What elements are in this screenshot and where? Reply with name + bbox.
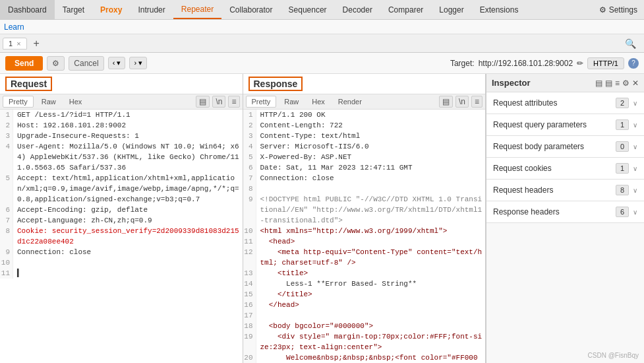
inspector-table2-icon[interactable]: ▤ <box>605 79 612 88</box>
nav-collaborator[interactable]: Collaborator <box>221 0 280 19</box>
forward-button[interactable]: › ▾ <box>129 57 147 69</box>
send-button[interactable]: Send <box>5 56 43 71</box>
line-content[interactable]: <html xmlns="http://www.w3.org/1999/xhtm… <box>256 226 486 236</box>
table-row: 1HTTP/1.1 200 OK <box>243 110 486 120</box>
request-newline-icon[interactable]: \n <box>212 96 225 108</box>
response-tab-raw[interactable]: Raw <box>279 96 304 107</box>
table-row: 5Accept: text/html,application/xhtml+xml… <box>0 173 243 205</box>
line-content[interactable]: Connection: close <box>256 173 486 183</box>
request-tab-pretty[interactable]: Pretty <box>3 96 34 108</box>
learn-bar[interactable]: Learn <box>0 20 644 34</box>
line-content[interactable]: ▍ <box>13 268 243 279</box>
nav-target[interactable]: Target <box>55 0 92 19</box>
tab-search-button[interactable]: 🔍 <box>620 38 641 49</box>
response-tab-hex[interactable]: Hex <box>307 96 330 107</box>
line-content[interactable] <box>13 257 243 268</box>
settings-button[interactable]: ⚙ <box>47 56 65 71</box>
repeater-tab-1[interactable]: 1 × <box>3 38 27 50</box>
line-content[interactable]: Accept-Encoding: gzip, deflate <box>13 205 243 215</box>
line-content[interactable]: </title> <box>256 289 486 300</box>
inspector-item[interactable]: Request attributes2∨ <box>486 92 644 114</box>
response-view-icon[interactable]: ▤ <box>439 96 453 108</box>
request-menu-icon[interactable]: ≡ <box>228 96 239 108</box>
line-content[interactable]: <div style=" margin-top:70px;color:#FFF;… <box>256 331 486 352</box>
line-content[interactable]: Content-Length: 722 <box>256 120 486 131</box>
line-number: 12 <box>243 247 256 268</box>
line-content[interactable]: Welcome&nbsp;&nbsp;&nbsp;<font color="#F… <box>256 352 486 363</box>
line-content[interactable]: Accept: text/html,application/xhtml+xml,… <box>13 173 243 205</box>
nav-intruder[interactable]: Intruder <box>130 0 173 19</box>
line-content[interactable]: <meta http-equiv="Content-Type" content=… <box>256 247 486 268</box>
line-content[interactable]: Accept-Language: zh-CN,zh;q=0.9 <box>13 215 243 226</box>
line-content[interactable]: Upgrade-Insecure-Requests: 1 <box>13 131 243 141</box>
inspector-item-count: 8 <box>616 185 629 195</box>
line-number: 3 <box>243 131 256 141</box>
inspector-item-count: 1 <box>616 119 629 130</box>
line-content[interactable] <box>256 310 486 321</box>
line-content[interactable]: User-Agent: Mozilla/5.0 (Windows NT 10.0… <box>13 141 243 173</box>
back-button[interactable]: ‹ ▾ <box>108 57 126 69</box>
nav-settings[interactable]: ⚙ Settings <box>593 5 644 15</box>
line-content[interactable]: Cookie: security_session_verify=2d200933… <box>13 226 243 247</box>
line-content[interactable]: <head> <box>256 236 486 247</box>
request-tab-hex[interactable]: Hex <box>64 96 88 107</box>
nav-comparer[interactable]: Comparer <box>380 0 431 19</box>
edit-target-icon[interactable]: ✏ <box>577 59 583 68</box>
nav-repeater[interactable]: Repeater <box>173 0 221 19</box>
inspector-gear-icon[interactable]: ⚙ <box>622 79 629 88</box>
help-button[interactable]: ? <box>628 58 639 69</box>
tab-add-button[interactable]: + <box>30 38 44 50</box>
target-info: Target: http://192.168.101.28:9002 ✏ HTT… <box>450 57 639 69</box>
table-row: 3Upgrade-Insecure-Requests: 1 <box>0 131 243 141</box>
line-content[interactable]: Host: 192.168.101.28:9002 <box>13 120 243 131</box>
inspector-item[interactable]: Request query parameters1∨ <box>486 114 644 136</box>
line-content[interactable]: </head> <box>256 300 486 310</box>
response-menu-icon[interactable]: ≡ <box>471 96 483 108</box>
line-content[interactable]: Server: Microsoft-IIS/6.0 <box>256 141 486 152</box>
nav-proxy[interactable]: Proxy <box>92 0 130 19</box>
nav-dashboard[interactable]: Dashboard <box>0 0 55 19</box>
line-content[interactable]: <title> <box>256 268 486 279</box>
inspector-item[interactable]: Request body parameters0∨ <box>486 136 644 158</box>
line-content[interactable]: Content-Type: text/html <box>256 131 486 141</box>
line-number: 20 <box>243 352 256 363</box>
nav-sequencer[interactable]: Sequencer <box>281 0 335 19</box>
inspector-list-icon[interactable]: ≡ <box>615 79 620 88</box>
line-content[interactable]: <!DOCTYPE html PUBLIC "-//W3C//DTD XHTML… <box>256 194 486 226</box>
response-tab-render[interactable]: Render <box>333 96 367 107</box>
nav-decoder[interactable]: Decoder <box>335 0 380 19</box>
chevron-down-icon: ∨ <box>633 187 637 194</box>
table-row: 7Accept-Language: zh-CN,zh;q=0.9 <box>0 215 243 226</box>
line-content[interactable]: HTTP/1.1 200 OK <box>256 110 486 120</box>
inspector-table-icon[interactable]: ▤ <box>595 79 602 88</box>
response-tab-pretty[interactable]: Pretty <box>246 96 277 108</box>
chevron-down-icon: ∨ <box>633 143 637 150</box>
nav-logger[interactable]: Logger <box>431 0 471 19</box>
line-content[interactable]: Connection: close <box>13 247 243 257</box>
table-row: 10 <box>0 257 243 268</box>
inspector-item[interactable]: Request headers8∨ <box>486 180 644 201</box>
inspector-item[interactable]: Response headers6∨ <box>486 201 644 223</box>
learn-link[interactable]: Learn <box>4 22 24 32</box>
inspector-items: Request attributes2∨Request query parame… <box>486 92 644 223</box>
request-view-icon[interactable]: ▤ <box>196 96 210 108</box>
line-content[interactable]: Less-1 **Error Based- String** <box>256 279 486 289</box>
tab-close-button[interactable]: × <box>16 40 20 48</box>
table-row: 15 </title> <box>243 289 486 300</box>
line-content[interactable]: <body bgcolor="#000000"> <box>256 321 486 331</box>
table-row: 20 Welcome&nbsp;&nbsp;&nbsp;<font color=… <box>243 352 486 363</box>
nav-extensions[interactable]: Extensions <box>472 0 527 19</box>
inspector-close-icon[interactable]: ✕ <box>632 79 639 88</box>
line-number: 10 <box>243 226 256 236</box>
http-version-button[interactable]: HTTP/1 <box>587 57 624 69</box>
inspector-item-label: Request headers <box>493 185 616 195</box>
line-content[interactable]: Date: Sat, 11 Mar 2023 12:47:11 GMT <box>256 162 486 173</box>
toolbar: Send ⚙ Cancel ‹ ▾ › ▾ Target: http://192… <box>0 53 644 74</box>
line-content[interactable]: X-Powered-By: ASP.NET <box>256 152 486 162</box>
request-tab-raw[interactable]: Raw <box>36 96 61 107</box>
line-content[interactable]: GET /Less-1/?id=1 HTTP/1.1 <box>13 110 243 120</box>
line-content[interactable] <box>256 183 486 194</box>
response-newline-icon[interactable]: \n <box>455 96 469 108</box>
inspector-item[interactable]: Request cookies1∨ <box>486 158 644 180</box>
cancel-button[interactable]: Cancel <box>69 56 103 71</box>
